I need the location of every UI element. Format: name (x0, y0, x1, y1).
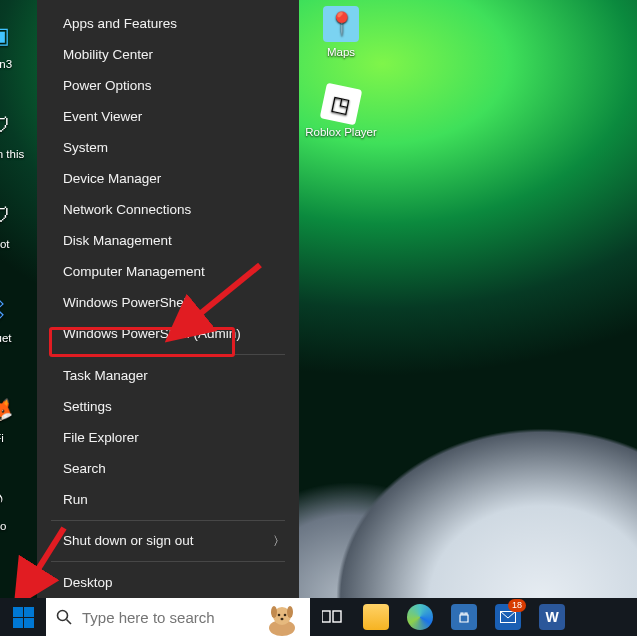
winx-item-task-manager[interactable]: Task Manager (37, 360, 299, 391)
svg-point-7 (287, 606, 293, 618)
svg-point-9 (284, 614, 287, 617)
desktop-icon[interactable]: 🛡 Prot (0, 198, 36, 250)
search-icon (56, 609, 72, 625)
winx-item-shutdown[interactable]: Shut down or sign out 〉 (37, 525, 299, 556)
chevron-right-icon: 〉 (273, 532, 285, 549)
desktop-icon-label: bluet (0, 332, 36, 344)
mail-icon: 18 (495, 604, 521, 630)
desktop-icon-label: Learn this (0, 148, 36, 160)
store-icon (451, 604, 477, 630)
desktop-icon-label: Win3 (0, 58, 36, 70)
winx-item-powershell[interactable]: Windows PowerShell (37, 287, 299, 318)
winx-menu: Apps and Features Mobility Center Power … (37, 0, 299, 598)
taskbar-app-mail[interactable]: 18 (486, 598, 530, 636)
winx-item-power-options[interactable]: Power Options (37, 70, 299, 101)
desktop-icon-label: No (0, 520, 36, 532)
maps-icon: 📍 (323, 6, 359, 42)
app-icon: 🛡 (0, 108, 17, 144)
svg-line-3 (67, 620, 72, 625)
winx-item-run[interactable]: Run (37, 484, 299, 515)
desktop-icon[interactable]: ▣ Win3 (0, 18, 36, 70)
svg-rect-12 (333, 611, 341, 622)
taskbar-app-edge[interactable] (398, 598, 442, 636)
winx-item-mobility-center[interactable]: Mobility Center (37, 39, 299, 70)
app-icon: 🛡 (0, 198, 17, 234)
menu-divider (51, 354, 285, 355)
firefox-icon: 🦊 (0, 392, 17, 428)
desktop-icon[interactable]: ᛒ bluet (0, 292, 36, 344)
taskbar-app-word[interactable]: W (530, 598, 574, 636)
winx-item-computer-management[interactable]: Computer Management (37, 256, 299, 287)
winx-item-desktop[interactable]: Desktop (37, 567, 299, 598)
desktop-icon-maps[interactable]: 📍 Maps (304, 6, 378, 58)
svg-point-10 (281, 618, 284, 620)
winx-item-device-manager[interactable]: Device Manager (37, 163, 299, 194)
winx-item-settings[interactable]: Settings (37, 391, 299, 422)
roblox-icon: ◳ (320, 83, 363, 126)
folder-icon (363, 604, 389, 630)
winx-item-system[interactable]: System (37, 132, 299, 163)
edge-icon (407, 604, 433, 630)
taskbar-search[interactable] (46, 598, 310, 636)
windows-logo-icon (13, 607, 34, 628)
desktop-icon[interactable]: 🦊 Fi (0, 392, 36, 444)
desktop-icon-roblox[interactable]: ◳ Roblox Player (304, 86, 378, 138)
cortana-dog-icon (262, 602, 302, 636)
desktop-icon-label: Fi (0, 432, 36, 444)
task-view-button[interactable] (310, 598, 354, 636)
svg-point-8 (278, 614, 281, 617)
taskbar-app-store[interactable] (442, 598, 486, 636)
taskbar: 18 W (0, 598, 637, 636)
taskbar-app-file-explorer[interactable] (354, 598, 398, 636)
svg-point-6 (271, 606, 277, 618)
desktop-icon-label: Prot (0, 238, 36, 250)
svg-rect-11 (322, 611, 330, 622)
start-button[interactable] (0, 598, 46, 636)
task-view-icon (322, 609, 342, 625)
winx-item-apps-features[interactable]: Apps and Features (37, 8, 299, 39)
desktop-icon-label: Roblox Player (304, 126, 378, 138)
menu-divider (51, 520, 285, 521)
desktop-icon[interactable]: 🛡 Learn this (0, 108, 36, 160)
app-icon: ♪ (0, 480, 17, 516)
word-icon: W (539, 604, 565, 630)
winx-item-powershell-admin[interactable]: Windows PowerShell (Admin) (37, 318, 299, 349)
desktop-icon[interactable]: ♪ No (0, 480, 36, 532)
winx-item-file-explorer[interactable]: File Explorer (37, 422, 299, 453)
desktop-icon-label: Maps (304, 46, 378, 58)
svg-point-2 (58, 611, 68, 621)
winx-item-disk-management[interactable]: Disk Management (37, 225, 299, 256)
menu-divider (51, 561, 285, 562)
bluetooth-icon: ᛒ (0, 292, 17, 328)
winx-item-event-viewer[interactable]: Event Viewer (37, 101, 299, 132)
winx-item-network-connections[interactable]: Network Connections (37, 194, 299, 225)
app-icon: ▣ (0, 18, 17, 54)
winx-item-search[interactable]: Search (37, 453, 299, 484)
mail-badge: 18 (508, 599, 526, 612)
